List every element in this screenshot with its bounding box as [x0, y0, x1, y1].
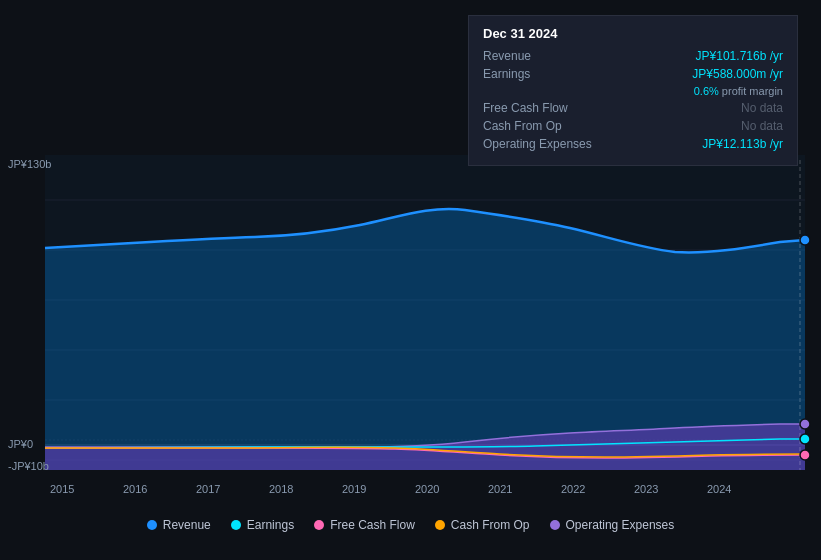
y-axis-neg: -JP¥10b	[8, 460, 49, 472]
legend-fcf-dot	[314, 520, 324, 530]
tooltip-opex-row: Operating Expenses JP¥12.113b /yr	[483, 137, 783, 151]
svg-point-13	[800, 450, 810, 460]
legend-earnings-label: Earnings	[247, 518, 294, 532]
tooltip-revenue-value: JP¥101.716b /yr	[696, 49, 783, 63]
tooltip-revenue-row: Revenue JP¥101.716b /yr	[483, 49, 783, 63]
tooltip-opex-label: Operating Expenses	[483, 137, 603, 151]
tooltip-date: Dec 31 2024	[483, 26, 783, 41]
legend-revenue-dot	[147, 520, 157, 530]
x-label-2019: 2019	[342, 483, 366, 495]
tooltip-margin-row: 0.6% profit margin	[483, 85, 783, 97]
tooltip-cashop-value: No data	[741, 119, 783, 133]
legend-fcf[interactable]: Free Cash Flow	[314, 518, 415, 532]
x-label-2017: 2017	[196, 483, 220, 495]
x-label-2020: 2020	[415, 483, 439, 495]
legend-earnings[interactable]: Earnings	[231, 518, 294, 532]
tooltip-opex-value: JP¥12.113b /yr	[702, 137, 783, 151]
tooltip-fcf-row: Free Cash Flow No data	[483, 101, 783, 115]
tooltip-cashop-label: Cash From Op	[483, 119, 603, 133]
legend-opex[interactable]: Operating Expenses	[550, 518, 675, 532]
x-label-2018: 2018	[269, 483, 293, 495]
legend-revenue[interactable]: Revenue	[147, 518, 211, 532]
tooltip-earnings-label: Earnings	[483, 67, 603, 81]
tooltip-fcf-label: Free Cash Flow	[483, 101, 603, 115]
legend-earnings-dot	[231, 520, 241, 530]
y-axis-zero: JP¥0	[8, 438, 33, 450]
tooltip-cashop-row: Cash From Op No data	[483, 119, 783, 133]
x-label-2015: 2015	[50, 483, 74, 495]
x-label-2023: 2023	[634, 483, 658, 495]
tooltip-panel: Dec 31 2024 Revenue JP¥101.716b /yr Earn…	[468, 15, 798, 166]
legend-cashop-dot	[435, 520, 445, 530]
tooltip-margin-value: 0.6% profit margin	[694, 85, 783, 97]
svg-point-12	[800, 434, 810, 444]
legend-opex-dot	[550, 520, 560, 530]
tooltip-earnings-row: Earnings JP¥588.000m /yr	[483, 67, 783, 81]
x-label-2024: 2024	[707, 483, 731, 495]
legend-revenue-label: Revenue	[163, 518, 211, 532]
x-label-2022: 2022	[561, 483, 585, 495]
tooltip-revenue-label: Revenue	[483, 49, 603, 63]
tooltip-fcf-value: No data	[741, 101, 783, 115]
x-label-2021: 2021	[488, 483, 512, 495]
y-axis-top: JP¥130b	[8, 158, 51, 170]
chart-container: JP¥130b JP¥0 -JP¥10b 2015 2016 2017 2018…	[0, 0, 821, 560]
svg-point-14	[800, 419, 810, 429]
x-label-2016: 2016	[123, 483, 147, 495]
legend-fcf-label: Free Cash Flow	[330, 518, 415, 532]
chart-legend: Revenue Earnings Free Cash Flow Cash Fro…	[0, 510, 821, 540]
legend-cashop-label: Cash From Op	[451, 518, 530, 532]
svg-point-11	[800, 235, 810, 245]
tooltip-earnings-value: JP¥588.000m /yr	[692, 67, 783, 81]
legend-opex-label: Operating Expenses	[566, 518, 675, 532]
legend-cashop[interactable]: Cash From Op	[435, 518, 530, 532]
